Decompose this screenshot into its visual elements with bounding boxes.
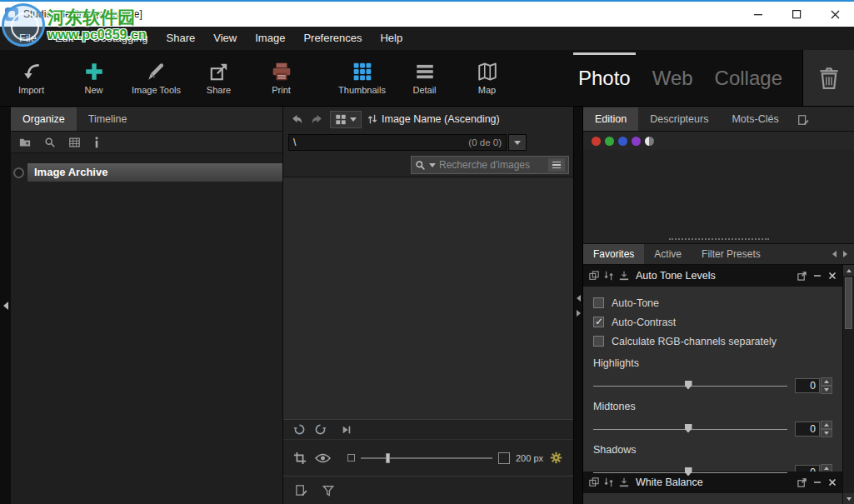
layers-icon[interactable] [589,271,599,281]
popout-icon[interactable] [797,272,807,281]
slider-thumb[interactable] [685,424,692,433]
highlights-value[interactable]: 0 [795,378,820,393]
compare-icon[interactable] [604,477,614,487]
splitter-drag-handle[interactable] [583,235,854,243]
tab-active[interactable]: Active [644,244,692,264]
map-button[interactable]: Map [456,50,518,106]
mode-web[interactable]: Web [652,67,693,90]
spin-up-button[interactable] [821,421,832,429]
rgb-channels-checkbox-row[interactable]: Calculate RGB-channels separately [593,332,832,351]
midtones-slider[interactable] [593,429,787,430]
auto-contrast-checkbox-row[interactable]: Auto-Contrast [593,312,832,332]
large-size-icon[interactable] [498,452,510,464]
table-view-icon[interactable] [68,137,81,148]
skip-to-end-icon[interactable] [342,425,352,435]
scroll-up-icon[interactable] [843,265,854,276]
highlights-slider[interactable] [593,386,787,387]
tab-favorites[interactable]: Favorites [583,244,644,264]
menu-view[interactable]: View [204,27,246,50]
import-button[interactable]: Import [0,50,62,106]
image-tools-button[interactable]: Image Tools [125,50,187,106]
filter-icon[interactable] [322,485,334,497]
menu-edit[interactable]: Edit [46,27,82,50]
search-input[interactable] [439,159,545,171]
undo-icon[interactable] [293,423,306,436]
info-icon[interactable] [93,137,100,148]
label-bw-icon[interactable] [645,137,654,146]
layers-icon[interactable] [589,477,599,487]
tab-organize[interactable]: Organize [11,107,77,131]
search-folder-icon[interactable] [44,137,56,148]
crop-icon[interactable] [293,452,307,465]
auto-tone-checkbox-row[interactable]: Auto-Tone [593,293,832,312]
new-folder-icon[interactable] [18,137,32,148]
close-panel-icon[interactable] [828,272,837,280]
scrollbar-thumb[interactable] [845,277,852,329]
tab-filter-presets[interactable]: Filter Presets [692,244,771,264]
spin-up-button[interactable] [821,377,832,386]
share-button[interactable]: Share [187,50,250,106]
compare-icon[interactable] [604,271,614,281]
search-icon[interactable] [415,160,426,171]
checkbox[interactable] [593,317,604,327]
label-green-icon[interactable] [605,137,614,146]
spin-down-button[interactable] [821,386,832,394]
label-blue-icon[interactable] [618,137,627,146]
apply-icon[interactable] [619,477,629,487]
panel-scrollbar[interactable] [842,265,854,504]
menu-help[interactable]: Help [371,27,412,50]
scroll-down-icon[interactable] [843,493,854,504]
menu-preferences[interactable]: Preferences [294,27,371,50]
edit-note-icon[interactable] [797,114,809,126]
new-button[interactable]: New [62,50,125,106]
nav-forward-icon[interactable] [310,113,324,126]
checkbox[interactable] [593,336,604,347]
apply-icon[interactable] [619,271,629,281]
close-panel-icon[interactable] [828,478,837,487]
menu-image[interactable]: Image [246,27,294,50]
path-combobox[interactable]: \ (0 de 0) [288,134,507,151]
tabs-scroll-left-icon[interactable] [832,251,837,257]
path-dropdown-button[interactable] [508,134,527,151]
tab-mots-cles[interactable]: Mots-Clés [720,107,790,131]
size-slider-thumb[interactable] [386,453,390,463]
tab-timeline[interactable]: Timeline [77,107,139,131]
label-purple-icon[interactable] [632,137,641,146]
slider-thumb[interactable] [685,381,692,390]
mode-photo[interactable]: Photo [578,67,631,90]
trash-dropzone[interactable] [802,50,854,106]
maximize-button[interactable] [777,2,816,27]
spin-down-button[interactable] [821,429,832,437]
menu-file[interactable]: File [10,27,46,50]
collapse-panel-icon[interactable] [813,272,822,280]
nav-back-icon[interactable] [290,113,304,126]
eye-icon[interactable] [315,453,331,463]
image-grid-canvas[interactable] [283,177,573,419]
mode-collage[interactable]: Collage [715,67,782,90]
tree-item-image-archive[interactable]: Image Archive [11,163,282,182]
gear-icon[interactable] [549,451,563,465]
minimize-button[interactable] [739,2,777,27]
thumbnails-button[interactable]: Thumbnails [331,50,393,106]
print-button[interactable]: Print [250,50,312,106]
search-options-chevron-icon[interactable] [429,163,436,167]
annotation-icon[interactable] [295,484,307,497]
tab-edition[interactable]: Edition [583,107,638,131]
tabs-scroll-right-icon[interactable] [843,251,847,257]
shadows-slider[interactable] [593,472,787,473]
panel-splitter[interactable] [573,107,583,504]
small-size-icon[interactable] [347,454,355,462]
close-button[interactable] [816,2,854,27]
checkbox[interactable] [593,297,604,308]
detail-button[interactable]: Detail [393,50,456,106]
menu-share[interactable]: Share [157,27,205,50]
midtones-value[interactable]: 0 [795,422,820,437]
popout-icon[interactable] [797,478,807,487]
collapse-panel-icon[interactable] [813,478,822,487]
tab-descripteurs[interactable]: Descripteurs [638,107,720,131]
sort-button[interactable]: Image Name (Ascending) [367,113,500,125]
label-red-icon[interactable] [592,137,601,146]
left-collapse-strip[interactable] [0,107,11,504]
view-mode-button[interactable] [330,111,362,128]
size-slider[interactable] [361,457,492,459]
